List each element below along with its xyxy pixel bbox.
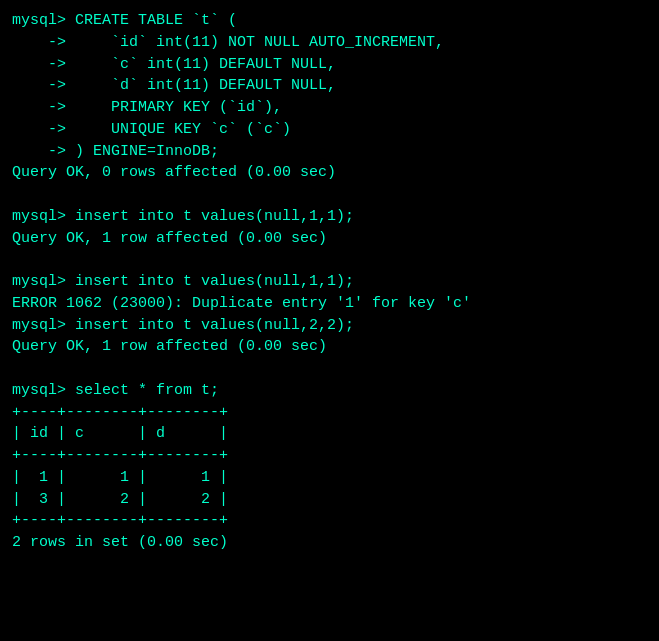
terminal-line: | id | c | d | <box>12 423 647 445</box>
terminal-line: Query OK, 1 row affected (0.00 sec) <box>12 336 647 358</box>
terminal-line: | 1 | 1 | 1 | <box>12 467 647 489</box>
terminal-line: 2 rows in set (0.00 sec) <box>12 532 647 554</box>
terminal-line: mysql> insert into t values(null,1,1); <box>12 206 647 228</box>
terminal-line: mysql> CREATE TABLE `t` ( <box>12 10 647 32</box>
terminal-line: +----+--------+--------+ <box>12 510 647 532</box>
terminal-line: -> UNIQUE KEY `c` (`c`) <box>12 119 647 141</box>
terminal-line: -> ) ENGINE=InnoDB; <box>12 141 647 163</box>
terminal: mysql> CREATE TABLE `t` ( -> `id` int(11… <box>12 10 647 631</box>
terminal-line: +----+--------+--------+ <box>12 445 647 467</box>
terminal-line: -> `c` int(11) DEFAULT NULL, <box>12 54 647 76</box>
terminal-line: Query OK, 1 row affected (0.00 sec) <box>12 228 647 250</box>
terminal-empty-line <box>12 358 647 380</box>
terminal-line: mysql> select * from t; <box>12 380 647 402</box>
terminal-line: mysql> insert into t values(null,1,1); <box>12 271 647 293</box>
terminal-line: mysql> insert into t values(null,2,2); <box>12 315 647 337</box>
terminal-empty-line <box>12 184 647 206</box>
terminal-line: -> PRIMARY KEY (`id`), <box>12 97 647 119</box>
terminal-line: -> `d` int(11) DEFAULT NULL, <box>12 75 647 97</box>
terminal-empty-line <box>12 249 647 271</box>
terminal-line: Query OK, 0 rows affected (0.00 sec) <box>12 162 647 184</box>
terminal-line: ERROR 1062 (23000): Duplicate entry '1' … <box>12 293 647 315</box>
terminal-line: -> `id` int(11) NOT NULL AUTO_INCREMENT, <box>12 32 647 54</box>
terminal-line: | 3 | 2 | 2 | <box>12 489 647 511</box>
terminal-line: +----+--------+--------+ <box>12 402 647 424</box>
